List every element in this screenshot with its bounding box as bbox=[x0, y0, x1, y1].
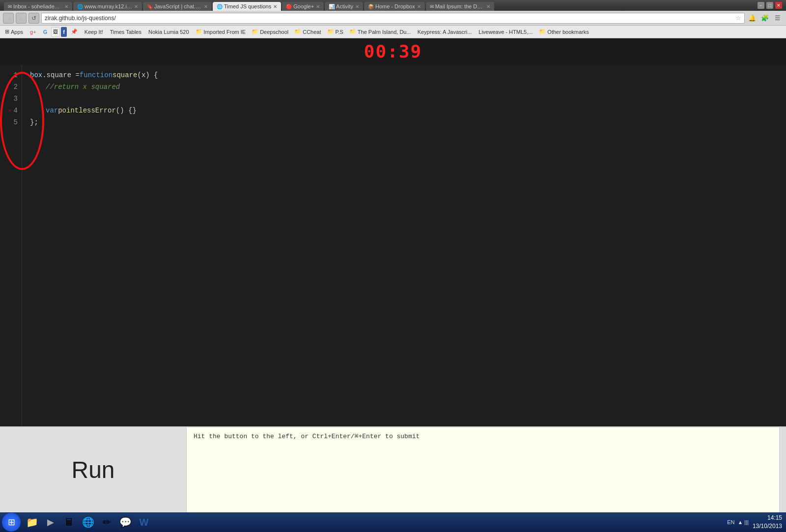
bookmark-other[interactable]: 📁 Other bookmarks bbox=[536, 27, 591, 37]
output-scrollbar[interactable] bbox=[779, 427, 786, 512]
back-button[interactable]: ◀ bbox=[3, 13, 14, 24]
line-num-5: 5 bbox=[4, 116, 18, 128]
line-numbers: 1 2 3 ✕ 4 5 bbox=[0, 64, 22, 426]
tab-0[interactable]: ✉Inbox - soheliadeep@g...✕ bbox=[4, 2, 72, 11]
window-controls: − □ ✕ bbox=[758, 2, 782, 9]
bookmark-gplus[interactable]: g+ bbox=[27, 27, 39, 37]
navigation-bar: ◀ ▶ ↺ zirak.github.io/js-questions/ ☆ 🔔 … bbox=[0, 11, 786, 26]
bookmark-ps[interactable]: 📁 P.S bbox=[325, 27, 346, 37]
extension-icon[interactable]: 🧩 bbox=[759, 13, 770, 24]
bookmark-keepit[interactable]: Keep It! bbox=[82, 27, 106, 37]
files-icon: 📁 bbox=[26, 516, 38, 528]
taskbar-system-tray: EN ▲ ||| 14:15 13/10/2013 bbox=[727, 512, 782, 532]
folder-icon-2: 📁 bbox=[252, 28, 258, 35]
taskbar-skype[interactable]: 💬 bbox=[117, 514, 134, 531]
taskbar-calc[interactable]: 🖩 bbox=[61, 514, 78, 531]
close-button[interactable]: ✕ bbox=[775, 2, 782, 9]
tab-5[interactable]: 📊Activity✕ bbox=[325, 2, 363, 11]
bookmark-keypress[interactable]: Keypress: A Javascri... bbox=[415, 27, 475, 37]
bookmark-palm-island[interactable]: 📁 The Palm Island, Du... bbox=[347, 27, 414, 37]
forward-button[interactable]: ▶ bbox=[16, 13, 27, 24]
output-placeholder: Hit the button to the left, or Ctrl+Ente… bbox=[194, 433, 420, 440]
run-button[interactable]: Run bbox=[0, 427, 187, 512]
bookmark-liveweave[interactable]: Liveweave - HTML5,... bbox=[476, 27, 535, 37]
maximize-button[interactable]: □ bbox=[766, 2, 773, 9]
calc-icon: 🖩 bbox=[64, 517, 74, 528]
skype-icon: 💬 bbox=[119, 516, 132, 528]
tab-bar: ✉Inbox - soheliadeep@g...✕🌐www.murray.k1… bbox=[4, 0, 495, 11]
nav-icons: 🔔 🧩 ☰ bbox=[747, 13, 783, 24]
bookmark-deepschool[interactable]: 📁 Deepschool bbox=[249, 27, 291, 37]
taskbar-files[interactable]: 📁 bbox=[24, 514, 40, 531]
star-icon[interactable]: ☆ bbox=[735, 14, 741, 22]
folder-icon-4: 📁 bbox=[327, 28, 334, 35]
tab-1[interactable]: 🌐www.murray.k12.ia.us/...✕ bbox=[73, 2, 142, 11]
word-icon: W bbox=[140, 517, 149, 528]
code-content[interactable]: box.square = function square (x) { //ret… bbox=[22, 64, 786, 426]
title-bar: ✉Inbox - soheliadeep@g...✕🌐www.murray.k1… bbox=[0, 0, 786, 11]
bookmark-imported-ie[interactable]: 📁 Imported From IE bbox=[193, 27, 249, 37]
folder-icon: 📁 bbox=[196, 28, 202, 35]
code-line-4: var pointlessError() {} bbox=[30, 105, 778, 116]
bookmark-img[interactable]: 🖼 bbox=[51, 27, 60, 37]
line-num-4: ✕ 4 bbox=[4, 105, 18, 116]
bookmark-nokia[interactable]: Nokia Lumia 520 bbox=[145, 27, 192, 37]
folder-icon-6: 📁 bbox=[539, 28, 546, 35]
tab-7[interactable]: ✉Mail Ipsum: the Daily M...✕ bbox=[426, 2, 494, 11]
browser-content: 00:39 1 2 3 ✕ 4 5 box.s bbox=[0, 38, 786, 512]
error-icon: ✕ bbox=[8, 105, 12, 116]
notifications-icon[interactable]: 🔔 bbox=[747, 13, 758, 24]
code-line-1: box.square = function square (x) { bbox=[30, 69, 778, 81]
system-tray-icons: EN ▲ ||| bbox=[727, 519, 749, 525]
bookmark-apps[interactable]: ⊞ Apps bbox=[2, 27, 26, 37]
code-line-3 bbox=[30, 93, 778, 105]
system-clock: 14:15 13/10/2013 bbox=[753, 514, 782, 531]
tab-3[interactable]: 🌐Timed JS questions✕ bbox=[213, 2, 281, 11]
reload-button[interactable]: ↺ bbox=[28, 13, 39, 24]
cmd-icon: ▶ bbox=[47, 517, 54, 528]
apps-icon: ⊞ bbox=[5, 28, 9, 35]
bookmark-g2[interactable]: G bbox=[40, 27, 51, 37]
url-display: zirak.github.io/js-questions/ bbox=[45, 15, 733, 22]
chrome-icon: 🌐 bbox=[82, 516, 94, 528]
bookmark-apps-label: Apps bbox=[11, 29, 23, 35]
taskbar-cmd[interactable]: ▶ bbox=[42, 514, 59, 531]
address-bar[interactable]: zirak.github.io/js-questions/ ☆ bbox=[41, 13, 745, 24]
paint-icon: ✏ bbox=[103, 516, 111, 528]
code-editor[interactable]: 1 2 3 ✕ 4 5 box.square = function square… bbox=[0, 64, 786, 426]
code-line-5: }; bbox=[30, 116, 778, 128]
bookmark-bk2[interactable]: 📌 bbox=[68, 27, 81, 37]
bookmark-ccheat[interactable]: 📁 CCheat bbox=[292, 27, 323, 37]
tab-2[interactable]: 🔖JavaScript | chat.stacko...✕ bbox=[143, 2, 212, 11]
taskbar-chrome[interactable]: 🌐 bbox=[80, 514, 96, 531]
tab-4[interactable]: 🔴Google+✕ bbox=[282, 2, 324, 11]
minimize-button[interactable]: − bbox=[758, 2, 764, 9]
bookmark-times-tables[interactable]: Times Tables bbox=[107, 27, 144, 37]
timer-bar: 00:39 bbox=[0, 38, 786, 64]
clock-date: 13/10/2013 bbox=[753, 522, 782, 531]
folder-icon-3: 📁 bbox=[294, 28, 301, 35]
bookmark-imported-ie-label: Imported From IE bbox=[204, 29, 246, 35]
language-indicator: EN bbox=[727, 519, 734, 525]
menu-icon[interactable]: ☰ bbox=[772, 13, 783, 24]
timer-display: 00:39 bbox=[364, 41, 422, 61]
line-num-1: 1 bbox=[4, 69, 18, 81]
code-line-2: //return x squared bbox=[30, 81, 778, 93]
taskbar: ⊞ 📁 ▶ 🖩 🌐 ✏ 💬 W EN ▲ ||| 14:15 13/10/201… bbox=[0, 512, 786, 532]
bookmarks-bar: ⊞ Apps g+ G 🖼 f 📌 Keep It! Times Tables … bbox=[0, 26, 786, 38]
folder-icon-5: 📁 bbox=[349, 28, 356, 35]
line-num-2: 2 bbox=[4, 81, 18, 93]
tab-6[interactable]: 📦Home - Dropbox✕ bbox=[364, 2, 425, 11]
bottom-section: Run Hit the button to the left, or Ctrl+… bbox=[0, 426, 786, 512]
line-num-3: 3 bbox=[4, 93, 18, 105]
bookmark-fb[interactable]: f bbox=[61, 27, 67, 37]
output-area[interactable]: Hit the button to the left, or Ctrl+Ente… bbox=[187, 427, 786, 512]
taskbar-word[interactable]: W bbox=[136, 514, 152, 531]
run-button-label: Run bbox=[71, 456, 114, 483]
start-button[interactable]: ⊞ bbox=[2, 513, 21, 532]
signal-icon: ▲ ||| bbox=[737, 519, 749, 525]
clock-time: 14:15 bbox=[753, 514, 782, 522]
taskbar-paint[interactable]: ✏ bbox=[98, 514, 115, 531]
